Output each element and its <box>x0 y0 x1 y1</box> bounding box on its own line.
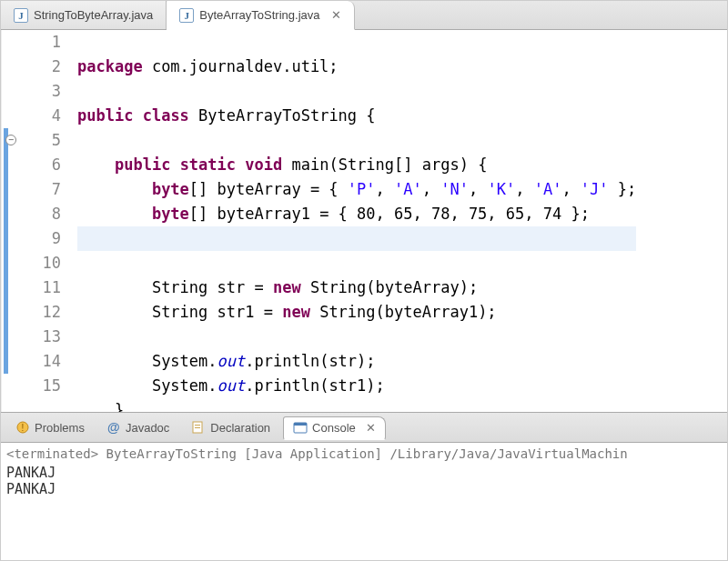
tab-stringtobytearray[interactable]: J StringToByteArray.java <box>1 1 167 29</box>
java-file-icon: J <box>14 8 28 23</box>
problems-icon: ! <box>15 420 30 435</box>
line-number: 9 <box>17 226 61 251</box>
fold-toggle-icon[interactable]: − <box>5 135 16 145</box>
console-view: <terminated> ByteArrayToString [Java App… <box>1 443 727 501</box>
tab-problems[interactable]: ! Problems <box>6 416 94 438</box>
code-editor[interactable]: − 1 2 3 4 5 6 7 8 9 10 11 12 13 14 15 pa… <box>1 30 727 412</box>
console-output-line: PANKAJ <box>6 465 722 481</box>
line-number: 6 <box>17 153 61 177</box>
line-number: 3 <box>17 79 61 104</box>
console-status: <terminated> ByteArrayToString [Java App… <box>6 446 722 461</box>
line-number: 14 <box>17 349 61 374</box>
tab-label: Problems <box>35 421 85 435</box>
code-content[interactable]: package com.journaldev.util; public clas… <box>70 30 636 412</box>
line-number: 5 <box>17 128 61 153</box>
javadoc-icon: @ <box>106 420 121 435</box>
console-icon <box>293 421 308 436</box>
close-view-icon[interactable]: ✕ <box>366 421 376 435</box>
tab-declaration[interactable]: Declaration <box>182 416 279 438</box>
bottom-view-tabs: ! Problems @ Javadoc Declaration Console… <box>1 412 727 443</box>
line-number: 4 <box>17 104 61 128</box>
svg-rect-6 <box>294 423 307 426</box>
line-number: 2 <box>17 55 61 79</box>
svg-rect-4 <box>195 427 200 428</box>
tab-label: ByteArrayToString.java <box>199 8 319 22</box>
line-number: 1 <box>17 30 61 55</box>
line-number: 15 <box>17 374 61 398</box>
tab-label: Declaration <box>210 421 270 435</box>
line-gutter: 1 2 3 4 5 6 7 8 9 10 11 12 13 14 15 <box>17 30 70 412</box>
svg-text:!: ! <box>22 423 25 433</box>
tab-console[interactable]: Console ✕ <box>283 416 386 440</box>
close-tab-icon[interactable]: ✕ <box>331 8 341 22</box>
line-number: 12 <box>17 300 61 325</box>
console-output-line: PANKAJ <box>6 481 722 497</box>
java-file-icon: J <box>179 8 194 23</box>
declaration-icon <box>191 420 206 435</box>
line-number: 7 <box>17 177 61 202</box>
line-number: 8 <box>17 202 61 226</box>
tab-label: Javadoc <box>126 421 169 435</box>
tab-label: Console <box>312 421 356 435</box>
marker-column: − <box>1 30 17 412</box>
tab-bytearraytostring[interactable]: J ByteArrayToString.java ✕ <box>167 1 354 30</box>
tab-label: StringToByteArray.java <box>34 8 153 22</box>
editor-tabs: J StringToByteArray.java J ByteArrayToSt… <box>1 1 727 30</box>
line-number: 13 <box>17 325 61 349</box>
line-number: 11 <box>17 275 61 300</box>
svg-rect-3 <box>195 425 200 426</box>
line-number: 10 <box>17 251 61 275</box>
tab-javadoc[interactable]: @ Javadoc <box>97 416 178 438</box>
